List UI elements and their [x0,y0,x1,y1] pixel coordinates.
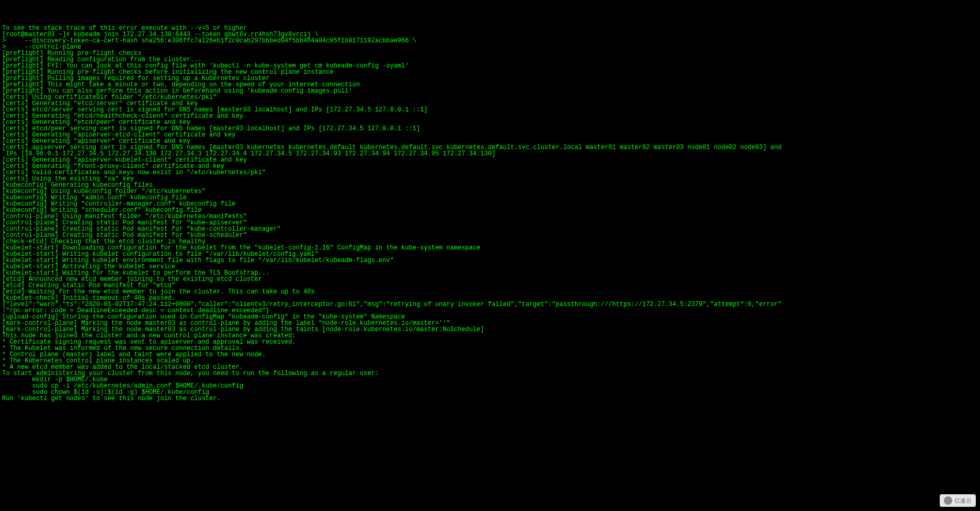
terminal-output[interactable]: To see the stack trace of this error exe… [0,25,980,402]
terminal-line: > --discovery-token-ca-cert-hash sha256:… [2,38,978,44]
watermark-text: 亿速云 [954,498,972,504]
terminal-line: [certs] Valid certificates and keys now … [2,169,978,176]
watermark-icon [944,496,952,505]
watermark-badge: 亿速云 [940,494,976,507]
terminal-line: > --control-plane [2,44,978,50]
terminal-line: To start administering your cluster from… [2,370,978,377]
terminal-line: Run 'kubectl get nodes' to see this node… [2,395,978,402]
